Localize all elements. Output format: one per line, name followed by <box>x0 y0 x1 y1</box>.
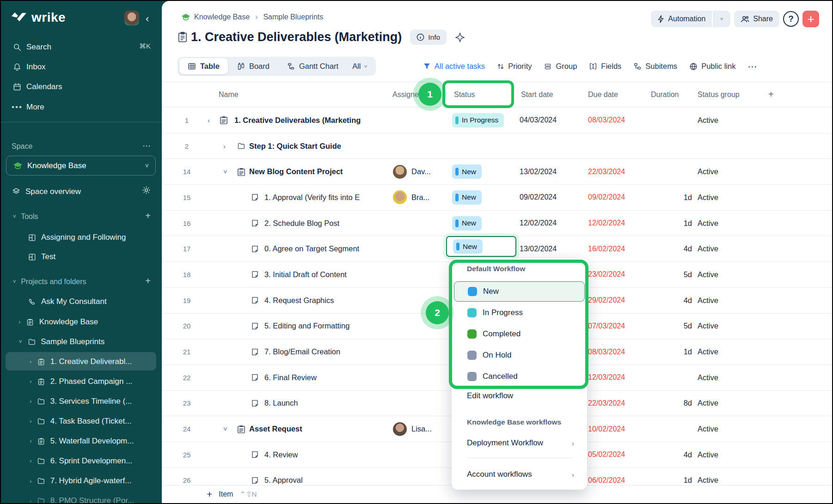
status-cell[interactable]: New <box>452 159 482 184</box>
sidebar-item-blueprint-5[interactable]: ›5. Waterfall Developm... <box>30 434 134 448</box>
tab-table[interactable]: Table <box>179 58 228 74</box>
sidebar-section-projects-and-folders[interactable]: ˅Projects and folders <box>12 275 86 289</box>
sidebar-collapse-icon[interactable]: ‹ <box>146 13 149 25</box>
sidebar-item-calendars[interactable]: Calendars <box>12 80 62 94</box>
assignee-cell[interactable]: Dav... <box>393 159 436 184</box>
sidebar-item-blueprint-4[interactable]: ›4. Task Based (Ticket... <box>30 414 131 428</box>
task-name[interactable]: 7. Blog/Email Creation <box>264 339 340 364</box>
start-date[interactable]: 13/02/2024 <box>520 236 557 261</box>
due-date[interactable]: 10/02/2024 <box>588 416 625 442</box>
add-column-button[interactable]: + <box>768 82 774 107</box>
add-icon[interactable]: + <box>145 211 151 221</box>
row-collapse-icon[interactable]: ˅ <box>223 159 227 184</box>
sidebar-item-blueprint-3[interactable]: ›3. Services Timeline (... <box>30 395 132 408</box>
sidebar-item-blueprint-8[interactable]: ›8. PMO Structure (Por... <box>30 494 134 504</box>
sidebar-item-assigning-and-following[interactable]: Assigning and Following <box>27 231 126 244</box>
task-name[interactable]: 8. Launch <box>264 391 298 416</box>
sidebar-item-space-overview[interactable]: Space overview <box>12 185 81 199</box>
table-row[interactable]: 14˅New Blog Content ProjectDav...New13/0… <box>162 159 832 185</box>
account-workflows-item[interactable]: Account workflows› <box>467 470 574 479</box>
due-date[interactable]: 22/03/2024 <box>588 159 625 184</box>
due-date[interactable]: 12/02/2024 <box>588 211 625 236</box>
task-name[interactable]: 1. Creative Deliverables (Marketing <box>234 108 361 133</box>
status-badge[interactable]: New <box>452 164 482 179</box>
row-collapse-icon[interactable]: ˅ <box>223 416 227 442</box>
task-name[interactable]: 1. Approval (Verify fits into E <box>264 185 360 210</box>
sidebar-item-test[interactable]: Test <box>27 250 55 264</box>
space-selector[interactable]: Knowledge Base ˅ <box>6 156 156 176</box>
due-date[interactable]: 09/02/2024 <box>588 185 625 210</box>
breadcrumb-folder[interactable]: Sample Blueprints <box>263 13 323 21</box>
due-date[interactable]: 29/02/2024 <box>588 288 625 313</box>
due-date[interactable]: 22/03/2024 <box>588 391 625 416</box>
sidebar-section-tools[interactable]: ˅Tools <box>12 210 38 224</box>
toolbar-priority-button[interactable]: Priority <box>497 62 532 71</box>
info-button[interactable]: Info <box>410 30 447 45</box>
add-icon[interactable]: + <box>145 276 151 286</box>
column-header-due-date[interactable]: Due date <box>588 82 618 107</box>
table-row[interactable]: 162. Schedule Blog PostNew12/02/202412/0… <box>162 211 832 237</box>
sidebar-item-knowledge-base[interactable]: ›Knowledge Base <box>18 315 98 329</box>
status-badge[interactable]: New <box>452 216 482 231</box>
sidebar-item-blueprint-6[interactable]: ›6. Sprint Developmen... <box>30 454 132 468</box>
status-cell[interactable]: New <box>452 185 482 210</box>
start-date[interactable]: 04/03/2024 <box>520 108 557 133</box>
pin-icon[interactable] <box>455 32 465 43</box>
tab-board[interactable]: Board <box>229 58 278 74</box>
filter-all-active-tasks[interactable]: All active tasks <box>423 62 485 71</box>
start-date[interactable]: 12/02/2024 <box>520 211 557 236</box>
workflow-option-cancelled[interactable]: Cancelled <box>454 366 585 387</box>
column-header-name[interactable]: Name <box>219 82 239 107</box>
due-date[interactable]: 16/02/2024 <box>588 236 625 261</box>
workflow-option-new[interactable]: New <box>454 281 585 302</box>
task-name[interactable]: 2. Schedule Blog Post <box>264 211 339 236</box>
sidebar-item-search[interactable]: Search <box>12 40 51 54</box>
selected-status-cell[interactable]: New <box>446 236 516 257</box>
automation-button[interactable]: Automation <box>651 11 712 27</box>
due-date[interactable]: 23/02/2024 <box>588 262 625 287</box>
due-date[interactable]: 08/03/2024 <box>588 339 625 364</box>
gear-icon[interactable] <box>142 186 151 194</box>
due-date[interactable]: 12/03/2024 <box>588 365 625 390</box>
status-cell[interactable]: New <box>452 211 482 236</box>
edit-workflow-item[interactable]: Edit workflow <box>467 391 513 401</box>
wrike-logo[interactable]: wrike <box>11 10 66 25</box>
sidebar-item-more[interactable]: •••More <box>12 100 44 114</box>
column-header-status[interactable]: Status <box>454 82 475 107</box>
toolbar-subitems-button[interactable]: Subitems <box>633 62 677 71</box>
due-date[interactable]: 07/03/2024 <box>588 314 625 339</box>
sidebar-item-blueprint-2[interactable]: ›2. Phased Campaign ... <box>30 375 132 389</box>
table-row[interactable]: 151. Approval (Verify fits into EBra...N… <box>162 185 832 211</box>
automation-dropdown-button[interactable]: ˅ <box>713 11 730 27</box>
start-date[interactable]: 09/02/2024 <box>520 185 557 210</box>
share-button[interactable]: Share <box>734 11 779 27</box>
toolbar-group-button[interactable]: Group <box>544 62 577 71</box>
task-name[interactable]: 6. Final Review <box>264 365 317 390</box>
task-name[interactable]: Step 1: Quick Start Guide <box>249 134 341 159</box>
space-more-icon[interactable]: ⋯ <box>142 141 151 151</box>
task-name[interactable]: 4. Review <box>264 442 298 468</box>
start-date[interactable]: 13/02/2024 <box>520 159 557 184</box>
task-name[interactable]: 5. Editing and Formatting <box>264 314 349 339</box>
view-filter-all[interactable]: All˅ <box>348 62 374 71</box>
help-button[interactable]: ? <box>783 11 799 27</box>
status-badge[interactable]: In Progress <box>452 113 504 128</box>
toolbar-more-button[interactable]: ⋯ <box>747 61 757 72</box>
column-header-start-date[interactable]: Start date <box>521 82 553 107</box>
sidebar-item-blueprint-7[interactable]: ›7. Hybrid Agile-waterf... <box>30 474 131 488</box>
task-name[interactable]: Asset Request <box>249 416 302 442</box>
workflow-option-on-hold[interactable]: On Hold <box>454 345 585 365</box>
assignee-cell[interactable]: Bra... <box>393 185 436 210</box>
status-badge[interactable]: New <box>452 190 482 205</box>
task-name[interactable]: New Blog Content Project <box>249 159 343 184</box>
sidebar-item-ask-my-consultant[interactable]: Ask My Consultant <box>27 295 107 309</box>
tab-gantt-chart[interactable]: Gantt Chart <box>279 58 347 74</box>
due-date[interactable]: 05/02/2024 <box>588 442 625 468</box>
task-name[interactable]: 3. Initial Draft of Content <box>264 262 347 287</box>
workflow-option-in-progress[interactable]: In Progress <box>454 303 585 323</box>
sidebar-item-sample-blueprints[interactable]: ˅Sample Blueprints <box>18 335 104 349</box>
row-expand-icon[interactable]: › <box>223 134 226 159</box>
user-avatar[interactable] <box>124 11 139 25</box>
workflow-option-completed[interactable]: Completed <box>454 324 585 344</box>
column-header-duration[interactable]: Duration <box>651 82 679 107</box>
